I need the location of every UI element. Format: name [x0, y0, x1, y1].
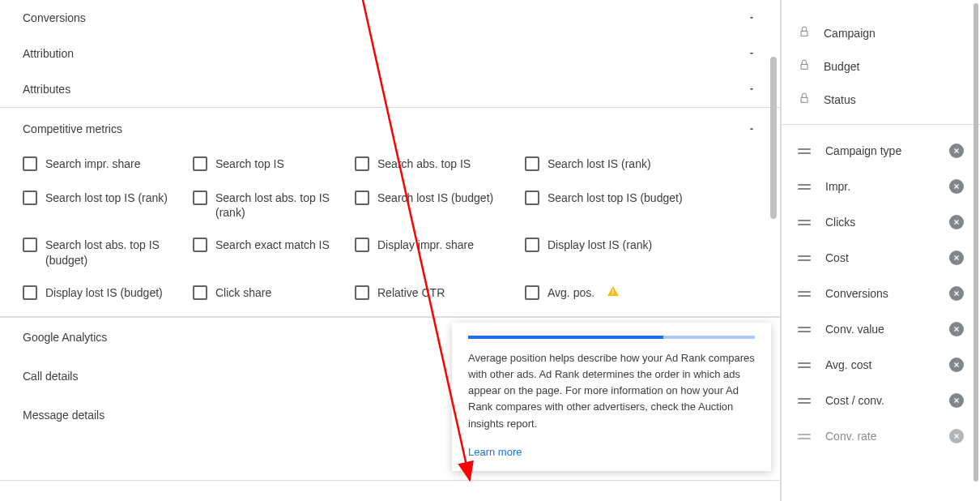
section-attributes[interactable]: Attributes: [0, 71, 780, 108]
remove-button[interactable]: [949, 429, 964, 443]
remove-button[interactable]: [949, 393, 964, 408]
avg-pos-tooltip: Average position helps describe how your…: [452, 323, 771, 471]
column-cost[interactable]: Cost: [782, 240, 980, 276]
footer-edge: [0, 480, 780, 501]
section-label: Competitive metrics: [23, 122, 122, 135]
checkbox-search-lost-is-budget[interactable]: Search lost IS (budget): [355, 191, 517, 220]
column-conv-rate[interactable]: Conv. rate: [782, 418, 980, 454]
column-cost-conv[interactable]: Cost / conv.: [782, 383, 980, 418]
drag-handle-icon[interactable]: [798, 220, 811, 225]
column-conv-value[interactable]: Conv. value: [782, 311, 980, 347]
locked-column-campaign: Campaign: [782, 16, 980, 49]
learn-more-link[interactable]: Learn more: [452, 446, 538, 471]
drag-handle-icon[interactable]: [798, 291, 811, 297]
chevron-down-icon: [746, 12, 757, 24]
drag-handle-icon[interactable]: [798, 184, 811, 190]
section-label: Call details: [23, 370, 78, 383]
checkbox-display-lost-is-budget[interactable]: Display lost IS (budget): [23, 285, 185, 302]
column-impr[interactable]: Impr.: [782, 169, 980, 204]
remove-button[interactable]: [949, 143, 964, 158]
checkbox-search-lost-top-is-rank[interactable]: Search lost top IS (rank): [23, 191, 185, 220]
checkbox-click-share[interactable]: Click share: [193, 285, 347, 302]
checkbox-display-lost-is-rank[interactable]: Display lost IS (rank): [525, 238, 687, 267]
drag-handle-icon[interactable]: [798, 434, 811, 439]
drag-handle-icon[interactable]: [798, 148, 811, 154]
remove-button[interactable]: [949, 250, 964, 265]
section-competitive-metrics[interactable]: Competitive metrics: [0, 108, 780, 140]
checkbox-display-impr-share[interactable]: Display impr. share: [355, 238, 517, 267]
divider: [782, 124, 980, 125]
column-campaign-type[interactable]: Campaign type: [782, 133, 980, 169]
checkbox-avg-pos[interactable]: Avg. pos.: [525, 285, 687, 302]
section-label: Attribution: [23, 47, 74, 60]
lock-icon: [798, 91, 811, 108]
selected-columns-panel: Campaign Budget Status Campaign type Imp…: [781, 0, 980, 501]
section-label: Attributes: [23, 83, 70, 96]
checkbox-search-impr-share[interactable]: Search impr. share: [23, 156, 185, 173]
drag-handle-icon[interactable]: [798, 362, 811, 368]
remove-button[interactable]: [949, 358, 964, 372]
chevron-up-icon: [746, 123, 757, 135]
locked-column-budget: Budget: [782, 49, 980, 83]
drag-handle-icon[interactable]: [798, 327, 811, 332]
tooltip-progress-bar: [468, 336, 755, 339]
remove-button[interactable]: [949, 179, 964, 194]
checkbox-search-lost-top-is-budget[interactable]: Search lost top IS (budget): [525, 191, 687, 220]
lock-icon: [798, 24, 811, 41]
checkbox-search-top-is[interactable]: Search top IS: [193, 156, 347, 173]
drag-handle-icon[interactable]: [798, 255, 811, 261]
checkbox-search-exact-match-is[interactable]: Search exact match IS: [193, 238, 347, 267]
column-clicks[interactable]: Clicks: [782, 204, 980, 240]
remove-button[interactable]: [949, 322, 964, 336]
chevron-down-icon: [746, 48, 757, 59]
lock-icon: [798, 58, 811, 75]
checkbox-search-abs-top-is[interactable]: Search abs. top IS: [355, 156, 517, 173]
competitive-metrics-body: Search impr. share Search top IS Search …: [0, 140, 780, 317]
scrollbar[interactable]: [770, 57, 777, 259]
checkbox-search-lost-abs-top-is-budget[interactable]: Search lost abs. top IS (budget): [23, 238, 185, 267]
checkbox-search-lost-is-rank[interactable]: Search lost IS (rank): [525, 156, 687, 173]
column-conversions[interactable]: Conversions: [782, 276, 980, 311]
section-label: Message details: [23, 409, 104, 422]
section-label: Google Analytics: [23, 331, 107, 344]
section-label: Conversions: [23, 11, 86, 24]
chevron-down-icon: [746, 84, 757, 95]
section-conversions[interactable]: Conversions: [0, 0, 780, 36]
warning-icon: [607, 286, 619, 296]
checkbox-relative-ctr[interactable]: Relative CTR: [355, 285, 517, 302]
locked-column-status: Status: [782, 83, 980, 116]
remove-button[interactable]: [949, 286, 964, 301]
drag-handle-icon[interactable]: [798, 398, 811, 404]
checkbox-search-lost-abs-top-is-rank[interactable]: Search lost abs. top IS (rank): [193, 191, 347, 220]
right-scrollbar[interactable]: [974, 3, 978, 482]
tooltip-body: Average position helps describe how your…: [452, 350, 771, 445]
remove-button[interactable]: [949, 215, 964, 229]
section-attribution[interactable]: Attribution: [0, 36, 780, 71]
column-avg-cost[interactable]: Avg. cost: [782, 347, 980, 383]
